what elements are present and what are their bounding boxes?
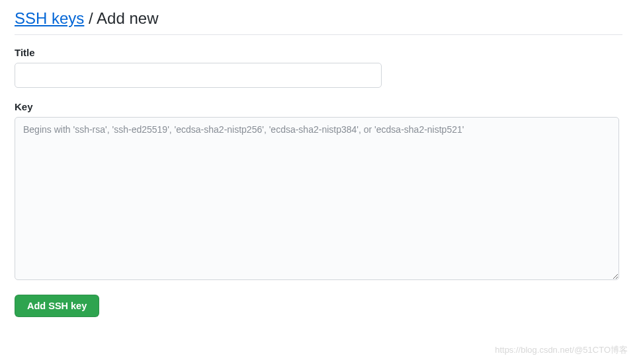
page-heading: SSH keys / Add new <box>15 9 622 35</box>
ssh-keys-link[interactable]: SSH keys <box>15 9 84 27</box>
add-ssh-key-button[interactable]: Add SSH key <box>15 295 99 317</box>
title-input[interactable] <box>15 63 382 88</box>
key-textarea[interactable] <box>15 117 619 280</box>
key-label: Key <box>15 101 622 112</box>
breadcrumb-current: Add new <box>97 9 158 27</box>
title-label: Title <box>15 47 622 58</box>
breadcrumb-separator: / <box>84 9 97 27</box>
